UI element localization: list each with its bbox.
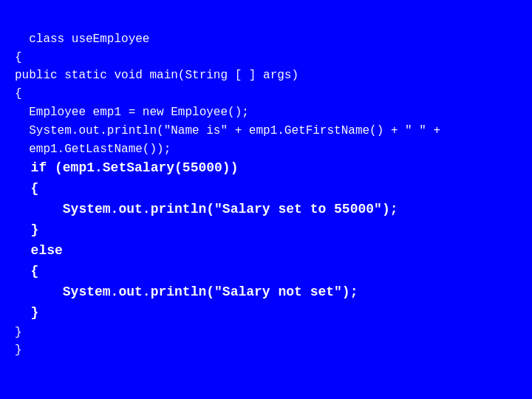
code-line: else	[15, 241, 517, 262]
code-line: Employee emp1 = new Employee();	[15, 103, 517, 122]
code-line: public static void main(String [ ] args)	[15, 66, 517, 85]
code-line: }	[15, 324, 517, 342]
code-line: {	[15, 179, 517, 200]
code-line: emp1.GetLastName());	[15, 140, 517, 159]
code-line: System.out.println("Name is" + emp1.GetF…	[15, 122, 517, 140]
code-line: }	[15, 220, 517, 241]
code-line: {	[15, 262, 517, 282]
code-line: }	[15, 303, 517, 324]
code-line: {	[15, 85, 517, 103]
code-line: }	[15, 341, 517, 360]
code-line: System.out.println("Salary not set");	[15, 282, 517, 303]
code-line: class useEmployee	[15, 30, 517, 49]
code-block: class useEmployee{public static void mai…	[0, 0, 532, 372]
code-line: if (emp1.SetSalary(55000))	[15, 158, 517, 179]
code-line: {	[15, 49, 517, 67]
code-line: System.out.println("Salary set to 55000"…	[15, 200, 517, 220]
